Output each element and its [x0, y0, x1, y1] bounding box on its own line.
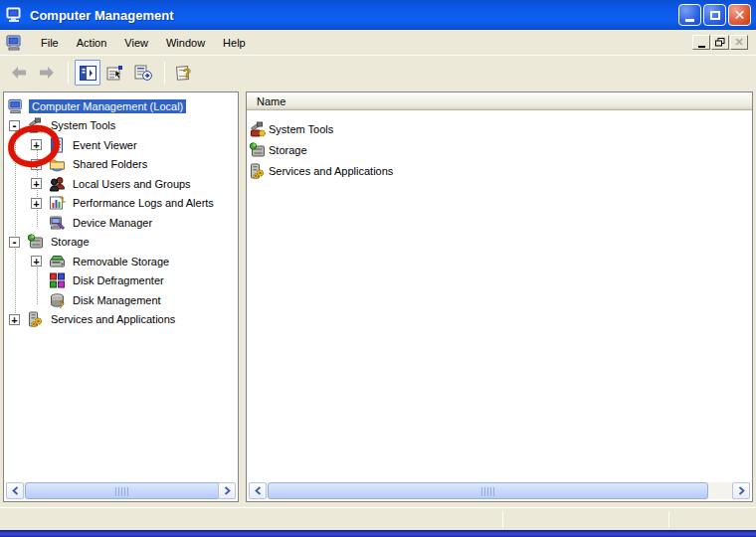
child-minimize-icon [698, 46, 705, 48]
console-tree-pane: Computer Management (Local) - System Too… [3, 91, 239, 502]
tree-item-label: System Tools [48, 118, 118, 132]
expander-spacer [31, 217, 42, 228]
status-bar [0, 507, 756, 530]
tree-item-label: Disk Defragmenter [70, 273, 167, 287]
maximize-icon [710, 11, 720, 20]
back-arrow-icon [10, 66, 28, 80]
chevron-right-icon [224, 486, 231, 495]
scroll-left-button[interactable] [249, 482, 267, 499]
list-item-label: System Tools [269, 123, 333, 135]
tree-item-label: Services and Applications [48, 312, 178, 326]
tree-item-label: Event Viewer [70, 138, 140, 152]
tree-item-label: Removable Storage [70, 255, 172, 268]
list-item-system-tools[interactable]: System Tools [249, 118, 753, 139]
tree-item-label: Performance Logs and Alerts [70, 196, 217, 210]
details-list: System Tools Storage Services and Applic… [249, 118, 753, 181]
export-list-button[interactable] [130, 60, 156, 86]
status-bar-divider [502, 511, 503, 528]
scroll-right-button[interactable] [732, 482, 750, 499]
back-button[interactable] [6, 60, 32, 86]
scroll-left-button[interactable] [6, 482, 24, 499]
tree-item-disk-management[interactable]: Disk Management [4, 290, 238, 310]
expander-spacer [31, 294, 42, 305]
storage-icon [249, 142, 266, 158]
close-button[interactable]: ✕ [728, 4, 751, 26]
scroll-right-button[interactable] [218, 482, 236, 499]
console-computer-icon [6, 35, 24, 51]
performance-icon [49, 195, 66, 211]
tree-item-computer-management[interactable]: Computer Management (Local) [4, 96, 238, 116]
device-manager-icon [49, 215, 66, 231]
properties-icon [106, 65, 124, 81]
system-tools-icon [249, 121, 266, 137]
tree-item-local-users-and-groups[interactable]: + Local Users and Groups [4, 174, 238, 194]
services-applications-icon [27, 311, 44, 327]
expander-spacer [31, 275, 42, 286]
tree-item-device-manager[interactable]: Device Manager [4, 213, 238, 233]
help-icon: ? [175, 65, 193, 81]
column-header-label: Name [257, 95, 285, 107]
child-minimize-button[interactable] [692, 35, 710, 50]
disk-defragmenter-icon [49, 272, 66, 288]
tree-item-storage[interactable]: - Storage [4, 233, 238, 253]
maximize-button[interactable] [703, 4, 726, 26]
chevron-right-icon [738, 486, 745, 495]
export-list-icon [134, 65, 152, 81]
minimize-button[interactable] [678, 4, 701, 26]
main-area: Computer Management (Local) - System Too… [0, 90, 756, 507]
expand-expander-icon[interactable]: + [9, 314, 20, 325]
title-bar: Computer Management ✕ [0, 0, 756, 30]
menu-window[interactable]: Window [157, 34, 214, 52]
menu-action[interactable]: Action [68, 34, 116, 52]
close-icon: ✕ [734, 8, 746, 22]
chevron-left-icon [255, 486, 262, 495]
tree-horizontal-scrollbar[interactable] [6, 482, 236, 499]
scrollbar-grip-icon [481, 487, 495, 496]
taskbar-edge [0, 530, 756, 537]
menu-file[interactable]: File [32, 34, 68, 52]
tree-item-services-and-applications[interactable]: + Services and Applications [4, 310, 238, 330]
tree-item-label: Shared Folders [70, 157, 150, 171]
list-item-services-and-applications[interactable]: Services and Applications [249, 160, 753, 181]
tree-item-label: Device Manager [70, 216, 155, 230]
local-users-icon [49, 176, 66, 192]
list-item-label: Storage [269, 144, 307, 156]
svg-text:?: ? [183, 66, 191, 81]
chevron-left-icon [12, 486, 19, 495]
forward-button[interactable] [34, 60, 60, 86]
help-button[interactable]: ? [171, 60, 197, 86]
services-applications-icon [249, 163, 266, 179]
computer-management-window: Computer Management ✕ File Action View W… [0, 0, 756, 537]
list-item-label: Services and Applications [269, 165, 393, 177]
tree-item-label: Computer Management (Local) [29, 99, 186, 113]
tree-item-performance-logs-and-alerts[interactable]: + Performance Logs and Alerts [4, 194, 238, 214]
details-horizontal-scrollbar[interactable] [249, 482, 750, 499]
properties-button[interactable] [102, 60, 128, 86]
scrollbar-thumb[interactable] [268, 482, 708, 499]
tree-item-label: Local Users and Groups [70, 177, 194, 191]
show-hide-console-tree-icon [80, 66, 96, 81]
child-close-button[interactable]: ✕ [730, 35, 748, 50]
computer-icon [6, 7, 24, 23]
tree-item-label: Disk Management [70, 293, 164, 307]
tree-item-disk-defragmenter[interactable]: Disk Defragmenter [4, 271, 238, 291]
menu-help[interactable]: Help [214, 34, 255, 52]
scrollbar-thumb[interactable] [25, 482, 220, 499]
forward-arrow-icon [38, 66, 56, 80]
show-hide-console-tree-button[interactable] [75, 60, 100, 86]
scrollbar-grip-icon [115, 487, 129, 496]
expand-expander-icon[interactable]: + [31, 256, 42, 267]
menu-view[interactable]: View [115, 34, 157, 52]
list-item-storage[interactable]: Storage [249, 139, 753, 160]
name-column-header[interactable]: Name [247, 92, 752, 110]
expand-expander-icon[interactable]: + [31, 178, 42, 189]
window-title: Computer Management [30, 8, 173, 23]
collapse-expander-icon[interactable]: - [9, 237, 20, 248]
expand-expander-icon[interactable]: + [31, 198, 42, 209]
toolbar-separator [68, 62, 69, 84]
menu-bar: File Action View Window Help ✕ [0, 30, 756, 56]
tree-item-removable-storage[interactable]: + Removable Storage [4, 252, 238, 271]
child-restore-button[interactable] [711, 35, 729, 50]
details-pane: Name System Tools Storage [246, 91, 753, 502]
child-close-icon: ✕ [734, 37, 743, 48]
